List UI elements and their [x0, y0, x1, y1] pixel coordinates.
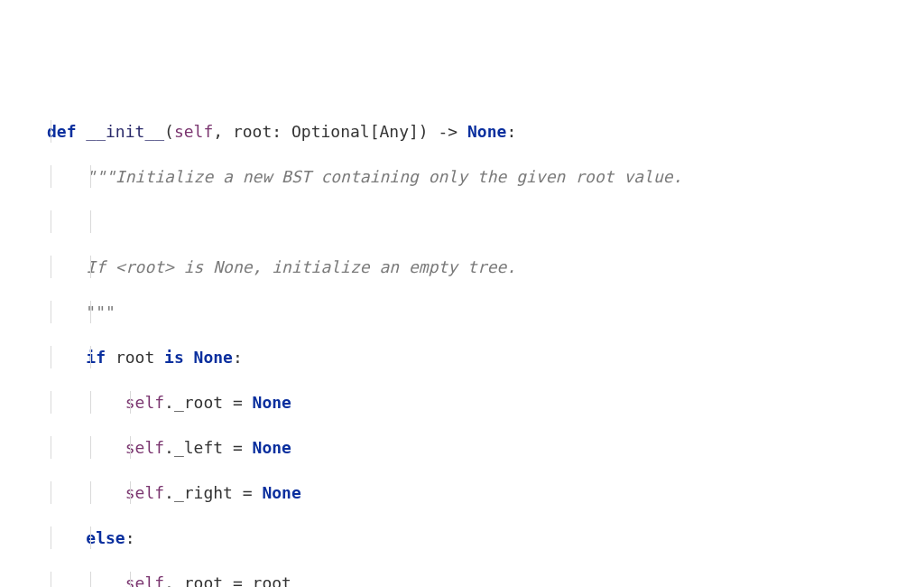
colon: :	[125, 528, 135, 547]
self-ref: self	[125, 483, 164, 502]
code-line: self._left = None	[0, 436, 924, 459]
func-name: __init__	[86, 122, 164, 141]
code-line: self._right = None	[0, 481, 924, 504]
none-literal: None	[253, 438, 291, 457]
code-line: self._root = root	[0, 572, 924, 587]
keyword-is: is	[164, 348, 184, 367]
none-literal: None	[184, 348, 233, 367]
docstring: """Initialize a new BST containing only …	[86, 167, 682, 186]
code-editor[interactable]: def __init__(self, root: Optional[Any]) …	[0, 98, 924, 587]
attr-assign: ._root = root	[164, 573, 291, 587]
self-ref: self	[125, 573, 164, 587]
code-line: def __init__(self, root: Optional[Any]) …	[0, 120, 924, 143]
docstring: If <root> is None, initialize an empty t…	[86, 257, 516, 276]
none-literal: None	[467, 122, 506, 141]
signature: , root: Optional[Any]) ->	[213, 122, 467, 141]
none-literal: None	[262, 483, 300, 502]
colon: :	[506, 122, 516, 141]
code-line: self._root = None	[0, 391, 924, 414]
colon: :	[233, 348, 243, 367]
keyword-else: else	[86, 528, 125, 547]
code-line	[0, 210, 924, 233]
attr-assign: ._root =	[164, 393, 253, 412]
condition: root	[106, 348, 164, 367]
self-ref: self	[125, 393, 164, 412]
param-self: self	[174, 122, 213, 141]
attr-assign: ._right =	[164, 483, 262, 502]
keyword-if: if	[86, 348, 106, 367]
none-literal: None	[253, 393, 291, 412]
attr-assign: ._left =	[164, 438, 253, 457]
code-line: else:	[0, 526, 924, 549]
code-line: """Initialize a new BST containing only …	[0, 165, 924, 188]
code-line: If <root> is None, initialize an empty t…	[0, 256, 924, 278]
code-line: """	[0, 301, 924, 323]
code-line: if root is None:	[0, 346, 924, 368]
self-ref: self	[125, 438, 164, 457]
